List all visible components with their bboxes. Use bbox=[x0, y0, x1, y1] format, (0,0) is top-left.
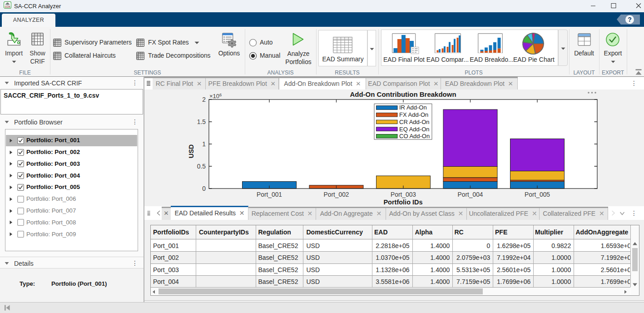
svg-text:USD: USD bbox=[188, 144, 195, 159]
svg-text:CCR: CCR bbox=[5, 5, 10, 8]
svg-text:FX Add-On: FX Add-On bbox=[399, 111, 428, 118]
svg-text:?: ? bbox=[628, 16, 632, 23]
svg-text:2: 2 bbox=[202, 96, 206, 103]
svg-text:Add-On Contribution Breakdown: Add-On Contribution Breakdown bbox=[350, 90, 456, 98]
svg-text:0: 0 bbox=[202, 185, 206, 192]
svg-text:Port_005: Port_005 bbox=[525, 191, 550, 198]
svg-text:Port_001: Port_001 bbox=[257, 191, 282, 198]
svg-text:1.5: 1.5 bbox=[197, 119, 206, 125]
svg-text:1: 1 bbox=[202, 141, 206, 148]
svg-text:EQ Add-On: EQ Add-On bbox=[399, 126, 429, 133]
svg-text:CO Add-On: CO Add-On bbox=[399, 133, 430, 139]
svg-text:Port_003: Port_003 bbox=[391, 191, 416, 198]
svg-text:0.5: 0.5 bbox=[197, 163, 206, 170]
svg-text:Port_002: Port_002 bbox=[324, 191, 349, 198]
svg-text:IR Add-On: IR Add-On bbox=[399, 104, 427, 111]
svg-text:×106: ×106 bbox=[209, 93, 222, 100]
svg-text:CR Add-On: CR Add-On bbox=[399, 119, 429, 125]
svg-text:Portfolio IDs: Portfolio IDs bbox=[383, 199, 422, 206]
svg-text:Port_004: Port_004 bbox=[458, 191, 483, 198]
